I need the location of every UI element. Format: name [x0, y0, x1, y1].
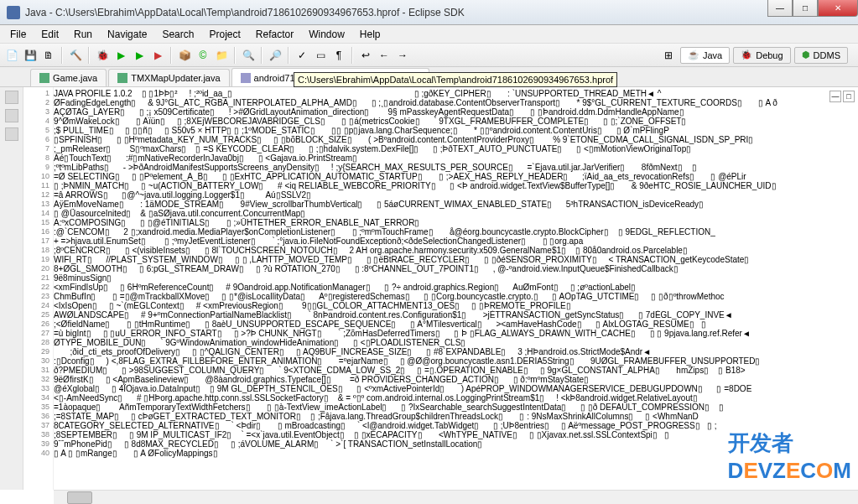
save-all-button[interactable]: 🗎	[40, 47, 57, 64]
hierarchy-icon[interactable]	[5, 109, 18, 122]
menu-run[interactable]: Run	[67, 27, 99, 42]
window-controls: — □ ✕	[767, 0, 858, 17]
scrollbar-thumb[interactable]	[67, 491, 92, 504]
open-type-button[interactable]: 🔍	[240, 47, 257, 64]
menu-navigate[interactable]: Navigate	[101, 27, 153, 42]
new-class-button[interactable]: ©	[195, 47, 211, 64]
debug-button[interactable]: 🐞	[94, 47, 111, 64]
toolbar: 📄 💾 🗎 🔨 🐞 ▶ ▶ ▶ 📦 © 📁 🔍 🔎 ✓ ▭ ¶ ↩ ← → ⊞ …	[0, 44, 858, 67]
perspective-switcher: ⊞ ☕Java 🐞Debug ⬢DDMS	[660, 47, 855, 64]
menu-help[interactable]: Help	[353, 27, 387, 42]
menu-file[interactable]: File	[3, 27, 33, 42]
java-file-icon	[39, 73, 49, 83]
run-button[interactable]: ▶	[112, 47, 129, 64]
menu-refactor[interactable]: Refactor	[249, 27, 300, 42]
search-button[interactable]: 🔎	[267, 47, 283, 64]
perspective-java[interactable]: ☕Java	[680, 47, 730, 64]
code-editor[interactable]: JAVA PROFILE 1.0.2 ▯ ▯1ÞÞ▯² ! ;²ºid_aa_▯…	[54, 87, 858, 490]
new-button[interactable]: 📄	[3, 47, 20, 64]
window-title: Java - C:\Users\Ebrahim\AppData\Local\Te…	[25, 7, 465, 18]
navigator-icon[interactable]	[5, 127, 18, 141]
show-whitespace-button[interactable]: ¶	[330, 47, 347, 64]
minimize-button[interactable]: —	[767, 0, 793, 17]
app-icon	[7, 6, 20, 19]
package-explorer-icon[interactable]	[5, 91, 18, 104]
menu-window[interactable]: Window	[302, 27, 351, 42]
tab-tmxmapupdater-java[interactable]: TMXMapUpdater.java	[108, 69, 229, 86]
horizontal-scrollbar[interactable]	[54, 490, 858, 504]
perspective-debug[interactable]: 🐞Debug	[733, 47, 790, 64]
run-last-button[interactable]: ▶	[131, 47, 148, 64]
toggle-block-button[interactable]: ▭	[312, 47, 329, 64]
maximize-button[interactable]: □	[793, 0, 818, 17]
back-button[interactable]: ←	[376, 47, 393, 64]
editor-area: 1234567891011121314151617181920212223242…	[0, 87, 858, 490]
new-package-button[interactable]: 📦	[176, 47, 193, 64]
left-trim	[0, 87, 23, 490]
file-icon	[241, 73, 251, 83]
build-button[interactable]: 🔨	[67, 47, 84, 64]
close-button[interactable]: ✕	[818, 0, 858, 17]
external-tools-button[interactable]: ▶	[149, 47, 166, 64]
perspective-ddms[interactable]: ⬢DDMS	[794, 47, 848, 64]
titlebar: Java - C:\Users\Ebrahim\AppData\Local\Te…	[0, 0, 858, 25]
menu-project[interactable]: Project	[202, 27, 247, 42]
java-file-icon	[117, 73, 127, 83]
open-perspective-button[interactable]: ⊞	[660, 47, 677, 64]
last-edit-button[interactable]: ↩	[357, 47, 374, 64]
toggle-mark-button[interactable]: ✓	[294, 47, 310, 64]
forward-button[interactable]: →	[394, 47, 411, 64]
tab-tooltip: C:\Users\Ebrahim\AppData\Local\Temp\andr…	[294, 72, 617, 87]
menu-search[interactable]: Search	[155, 27, 200, 42]
line-number-gutter: 1234567891011121314151617181920212223242…	[23, 87, 54, 490]
menu-edit[interactable]: Edit	[34, 27, 65, 42]
menubar: File Edit Run Navigate Search Project Re…	[0, 25, 858, 44]
tab-game-java[interactable]: Game.java	[30, 69, 107, 86]
new-folder-button[interactable]: 📁	[213, 47, 230, 64]
save-button[interactable]: 💾	[22, 47, 39, 64]
